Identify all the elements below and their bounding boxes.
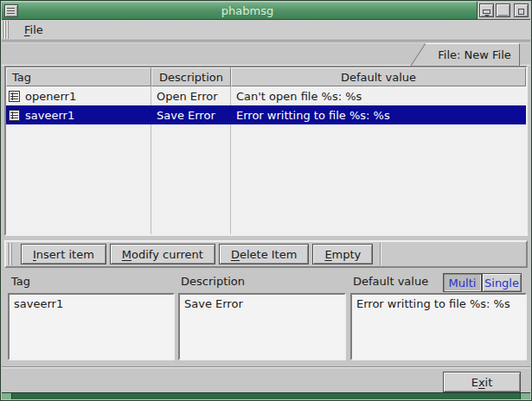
multi-button[interactable]: Multi [443,273,482,292]
table-body: openerr1 Open Error Can't open file %s: … [6,86,526,234]
tag-field[interactable]: saveerr1 [8,293,175,360]
empty-button[interactable]: Empty [312,244,373,264]
header-cell-default-value[interactable]: Default value [231,67,526,86]
table-row-selected[interactable]: saveerr1 Save Error Error writting to fi… [6,105,526,124]
delete-item-button[interactable]: Delete Item [219,244,309,264]
tag-label: Tag [11,275,30,288]
close-icon [518,9,524,15]
tabstrip: File: New File [2,41,530,66]
toolbar-grip[interactable] [7,243,14,265]
row-tag-text: openerr1 [25,90,76,103]
header-cell-description[interactable]: Description [151,67,231,86]
row-tag-text: saveerr1 [25,109,74,122]
modify-current-button[interactable]: Modify current [110,244,215,264]
maximize-button[interactable] [496,3,510,17]
titlebar-row: phabmsg [2,2,530,20]
collapse-button[interactable] [479,3,494,17]
footer-separator [2,366,530,368]
default-value-label: Default value [353,275,428,288]
cell-tag: openerr1 [6,90,151,103]
tab-label: File: New File [438,48,511,61]
phabmsg-window: phabmsg File File: New File Tag Descript… [0,0,532,401]
message-icon [9,91,20,102]
message-icon [9,110,20,121]
header-cell-tag[interactable]: Tag [6,67,151,86]
cell-tag: saveerr1 [6,109,151,122]
insert-item-button[interactable]: Insert item [21,244,106,264]
description-field[interactable]: Save Error [178,293,346,360]
default-value-field[interactable]: Error writting to file %s: %s [350,293,527,360]
close-button[interactable] [514,3,529,17]
menubar: File [2,20,530,41]
single-button[interactable]: Single [482,273,522,292]
window-controls [477,2,530,20]
window-title: phabmsg [18,4,477,17]
menu-item-file[interactable]: File [16,22,52,38]
toolbar: Insert item Modify current Delete Item E… [4,240,528,268]
message-table: Tag Description Default value openerr1 [4,66,528,236]
exit-button[interactable]: Exit [443,372,521,392]
tab-file-new-file[interactable]: File: New File [430,43,520,66]
cell-description: Save Error [151,109,231,122]
collapse-icon [483,10,490,14]
resize-strip[interactable] [2,392,530,399]
menubar-grip[interactable] [2,21,9,39]
toolbar-separator [380,243,381,265]
cell-default-value: Error writting to file %s: %s [231,109,526,122]
maximize-icon [498,7,508,16]
description-label: Description [181,275,245,288]
window-menu-icon [7,8,15,14]
titlebar[interactable]: phabmsg [2,2,477,20]
cell-description: Open Error [151,90,231,103]
table-header: Tag Description Default value [6,67,526,86]
cell-default-value: Can't open file %s: %s [231,90,526,103]
window-menu-button[interactable] [4,4,18,17]
table-row[interactable]: openerr1 Open Error Can't open file %s: … [6,86,526,105]
